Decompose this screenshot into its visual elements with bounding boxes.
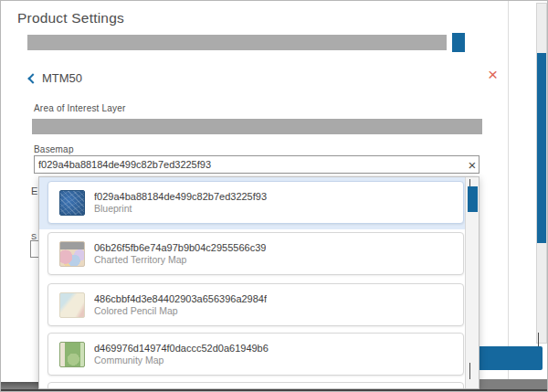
close-icon[interactable]: × <box>488 66 498 83</box>
basemap-thumbnail-icon <box>59 241 85 267</box>
basemap-option-name: Community Map <box>94 355 269 366</box>
basemap-dropdown: f029a4ba88184de499c82b7ed3225f93 Bluepri… <box>38 176 480 389</box>
basemap-option-partial[interactable] <box>47 382 464 389</box>
product-name-label: MTM50 <box>42 71 82 85</box>
basemap-input[interactable] <box>34 155 480 174</box>
basemap-option-name: Blueprint <box>94 203 267 215</box>
area-of-interest-redacted-value <box>32 119 482 134</box>
basemap-option-name: Charted Territory Map <box>94 254 266 266</box>
basemap-thumbnail-icon <box>59 342 85 367</box>
basemap-option[interactable]: f029a4ba88184de499c82b7ed3225f93 Bluepri… <box>47 181 464 224</box>
dropdown-scrollbar-thumb[interactable] <box>468 186 478 212</box>
back-button[interactable]: MTM50 <box>29 69 82 87</box>
basemap-option[interactable]: d469976d14974f0daccc52d0a61949b6 Communi… <box>47 333 464 376</box>
bar-end-cap <box>452 33 465 52</box>
modal-right-border <box>508 1 509 382</box>
dropdown-scroll-down-icon[interactable] <box>469 363 470 379</box>
basemap-option[interactable]: 486cbbf4d3e84402903a656396a2984f Colored… <box>47 283 464 326</box>
clear-input-icon[interactable]: × <box>465 157 480 172</box>
product-settings-modal: Product Settings MTM50 × Area of Interes… <box>0 0 548 392</box>
page-title: Product Settings <box>17 10 124 26</box>
covered-field-label-fragment: E <box>31 185 37 196</box>
basemap-option-id: 486cbbf4d3e84402903a656396a2984f <box>94 292 267 305</box>
area-of-interest-label: Area of Interest Layer <box>34 103 126 113</box>
basemap-label: Basemap <box>34 144 74 154</box>
redacted-field-bar <box>27 35 447 50</box>
basemap-option-id: d469976d14974f0daccc52d0a61949b6 <box>94 342 269 355</box>
basemap-option-id: 06b26f5fb6e74a97b9b04c2955566c39 <box>94 241 266 254</box>
basemap-thumbnail-icon <box>59 292 85 318</box>
basemap-option-name: Colored Pencil Map <box>94 305 267 317</box>
chevron-left-icon <box>27 73 37 83</box>
page-scrollbar-thumb[interactable] <box>537 53 546 243</box>
basemap-option[interactable]: 06b26f5fb6e74a97b9b04c2955566c39 Charted… <box>47 232 464 275</box>
basemap-option-id: f029a4ba88184de499c82b7ed3225f93 <box>94 190 267 203</box>
basemap-thumbnail-icon <box>59 190 85 216</box>
dropdown-scrollbar-track[interactable] <box>465 177 479 388</box>
